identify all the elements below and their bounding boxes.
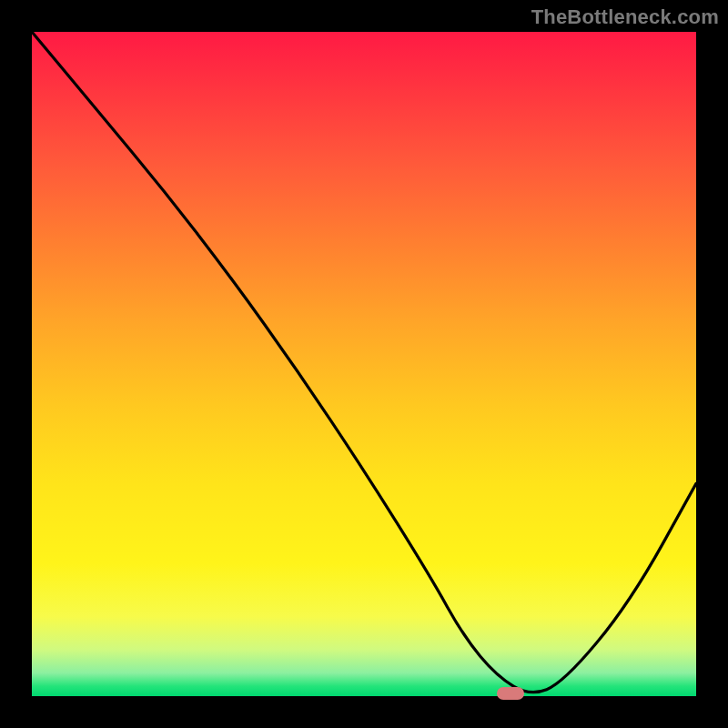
bottleneck-curve bbox=[32, 32, 696, 696]
chart-frame: TheBottleneck.com bbox=[0, 0, 728, 728]
curve-path bbox=[32, 32, 696, 693]
optimal-marker bbox=[497, 687, 524, 700]
plot-area bbox=[32, 32, 696, 696]
watermark-text: TheBottleneck.com bbox=[531, 5, 719, 29]
